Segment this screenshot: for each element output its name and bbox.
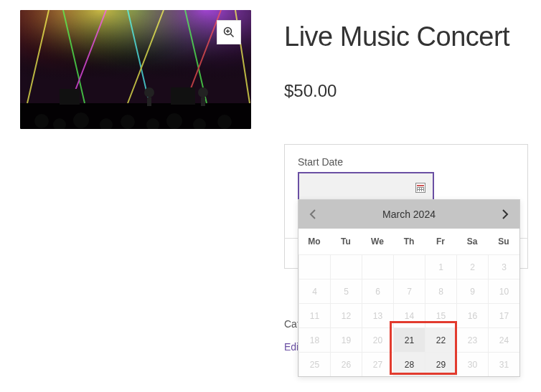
datepicker-day — [330, 254, 362, 279]
datepicker-header: March 2024 — [298, 200, 519, 229]
datepicker-day: 23 — [456, 328, 488, 352]
chevron-right-icon — [502, 209, 509, 219]
start-date-label: Start Date — [298, 156, 514, 168]
datepicker-day[interactable]: 21 — [393, 328, 425, 352]
magnify-plus-icon — [223, 27, 235, 38]
svg-point-20 — [34, 114, 49, 128]
zoom-button[interactable] — [217, 20, 241, 44]
datepicker-dow: Su — [488, 229, 519, 254]
datepicker-day[interactable]: 29 — [425, 352, 456, 376]
datepicker-day: 16 — [456, 303, 488, 328]
datepicker-dow: Sa — [456, 229, 488, 254]
datepicker-day — [362, 254, 393, 279]
datepicker-dow: Fr — [425, 229, 456, 254]
datepicker-dow: Th — [393, 229, 425, 254]
datepicker-dow: We — [362, 229, 393, 254]
datepicker-day: 8 — [425, 279, 456, 303]
datepicker-day: 13 — [362, 303, 393, 328]
datepicker-day: 17 — [488, 303, 519, 328]
datepicker-popup: March 2024 MoTuWeThFrSaSu123456789101112… — [298, 199, 520, 377]
datepicker-day: 27 — [362, 352, 393, 376]
chevron-left-icon — [309, 209, 316, 219]
datepicker-day: 31 — [488, 352, 519, 376]
svg-point-26 — [166, 113, 182, 129]
datepicker-day: 2 — [456, 254, 488, 279]
datepicker-day: 19 — [330, 328, 362, 352]
svg-point-28 — [217, 115, 232, 129]
datepicker-day: 10 — [488, 279, 519, 303]
datepicker-day: 5 — [330, 279, 362, 303]
datepicker-day: 24 — [488, 328, 519, 352]
calendar-icon — [415, 183, 425, 193]
svg-rect-17 — [147, 97, 151, 106]
datepicker-day — [298, 254, 330, 279]
datepicker-day: 12 — [330, 303, 362, 328]
svg-point-22 — [73, 113, 89, 128]
prev-month-button[interactable] — [306, 207, 320, 221]
datepicker-grid: MoTuWeThFrSaSu12345678910111213141516171… — [298, 229, 519, 376]
product-title: Live Music Concert — [284, 21, 541, 52]
product-price: $50.00 — [284, 81, 541, 101]
datepicker-day[interactable]: 22 — [425, 328, 456, 352]
svg-line-30 — [231, 34, 234, 37]
next-month-button[interactable] — [498, 207, 512, 221]
datepicker-day: 9 — [456, 279, 488, 303]
datepicker-day: 6 — [362, 279, 393, 303]
datepicker-dow: Mo — [298, 229, 330, 254]
datepicker-day[interactable]: 28 — [393, 352, 425, 376]
datepicker-day: 30 — [456, 352, 488, 376]
svg-point-18 — [198, 87, 208, 97]
datepicker-day: 18 — [298, 328, 330, 352]
svg-rect-15 — [171, 87, 195, 105]
datepicker-dow: Tu — [330, 229, 362, 254]
datepicker-day: 7 — [393, 279, 425, 303]
product-image[interactable] — [20, 10, 251, 129]
svg-rect-19 — [201, 97, 205, 106]
svg-rect-14 — [60, 89, 80, 105]
datepicker-day: 11 — [298, 303, 330, 328]
datepicker-day: 14 — [393, 303, 425, 328]
datepicker-day — [393, 254, 425, 279]
datepicker-month-year: March 2024 — [382, 209, 436, 220]
datepicker-day: 26 — [330, 352, 362, 376]
edit-link[interactable]: Edi — [284, 341, 298, 353]
datepicker-day: 25 — [298, 352, 330, 376]
svg-point-24 — [121, 115, 135, 129]
datepicker-day: 1 — [425, 254, 456, 279]
datepicker-day: 4 — [298, 279, 330, 303]
svg-point-16 — [144, 87, 154, 97]
datepicker-day: 3 — [488, 254, 519, 279]
datepicker-day: 20 — [362, 328, 393, 352]
datepicker-day: 15 — [425, 303, 456, 328]
